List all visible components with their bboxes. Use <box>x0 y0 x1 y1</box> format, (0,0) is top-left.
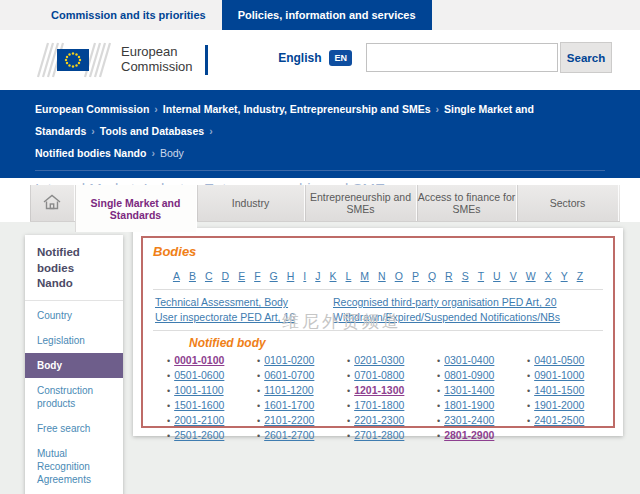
alphabet-link-a[interactable]: A <box>173 270 180 282</box>
range-link-0601-0700[interactable]: 0601-0700 <box>264 369 314 381</box>
range-link-1101-1200[interactable]: 1101-1200 <box>264 384 313 396</box>
ec-logo[interactable]: European Commission <box>35 42 208 78</box>
range-link-0001-0100[interactable]: 0001-0100 <box>174 354 224 366</box>
breadcrumb-link-tools-and-databases[interactable]: Tools and Databases <box>100 125 204 137</box>
nav-tab-home[interactable] <box>30 185 75 221</box>
alphabet-link-q[interactable]: Q <box>428 270 436 282</box>
range-link-2401-2500[interactable]: 2401-2500 <box>534 414 584 426</box>
range-item: •2001-2100 <box>167 414 257 428</box>
range-item: •0401-0500 <box>527 354 617 368</box>
alphabet-link-z[interactable]: Z <box>577 270 583 282</box>
range-link-2701-2800[interactable]: 2701-2800 <box>354 429 404 441</box>
topbar-tab-policies-information-and-services[interactable]: Policies, information and services <box>222 0 432 30</box>
sidebar-item-mutual-recognition-agreements[interactable]: Mutual Recognition Agreements <box>25 441 123 492</box>
search-input[interactable] <box>366 43 558 72</box>
alphabet-link-c[interactable]: C <box>205 270 213 282</box>
alphabet-link-x[interactable]: X <box>545 270 552 282</box>
alphabet-link-g[interactable]: G <box>270 270 278 282</box>
range-link-0701-0800[interactable]: 0701-0800 <box>354 369 404 381</box>
breadcrumb-link-internal-market-industry-entrepreneurship-and-smes[interactable]: Internal Market, Industry, Entrepreneurs… <box>163 103 431 115</box>
alphabet-link-f[interactable]: F <box>254 270 260 282</box>
bodies-heading: Bodies <box>153 244 603 259</box>
nav-tab-entrepreneurship-and-smes[interactable]: Entrepreneurship and SMEs <box>305 185 417 221</box>
range-link-2601-2700[interactable]: 2601-2700 <box>264 429 314 441</box>
range-link-1401-1500[interactable]: 1401-1500 <box>534 384 584 396</box>
alphabet-link-t[interactable]: T <box>478 270 484 282</box>
range-link-2101-2200[interactable]: 2101-2200 <box>264 414 314 426</box>
range-link-0301-0400[interactable]: 0301-0400 <box>444 354 494 366</box>
range-link-0101-0200[interactable]: 0101-0200 <box>264 354 314 366</box>
alphabet-link-k[interactable]: K <box>330 270 337 282</box>
alphabet-link-j[interactable]: J <box>315 270 320 282</box>
quick-link-user-inspectorate-ped-art-16[interactable]: User inspectorate PED Art, 16 <box>155 310 325 325</box>
sidebar-nav: Notified bodies Nando CountryLegislation… <box>25 235 123 494</box>
nav-tab-industry[interactable]: Industry <box>197 185 305 221</box>
language-label[interactable]: English <box>278 51 321 65</box>
range-link-0401-0500[interactable]: 0401-0500 <box>534 354 584 366</box>
range-link-1701-1800[interactable]: 1701-1800 <box>354 399 404 411</box>
alphabet-link-h[interactable]: H <box>287 270 295 282</box>
breadcrumb-link-european-commission[interactable]: European Commission <box>35 103 149 115</box>
range-link-2501-2600[interactable]: 2501-2600 <box>174 429 224 441</box>
notified-body-heading: Notified body <box>189 336 603 350</box>
range-link-0801-0900[interactable]: 0801-0900 <box>444 369 494 381</box>
sidebar-item-free-search[interactable]: Free search <box>25 416 123 441</box>
alphabet-link-w[interactable]: W <box>526 270 536 282</box>
topbar-tab-commission-and-its-priorities[interactable]: Commission and its priorities <box>35 0 222 30</box>
alphabet-link-i[interactable]: I <box>303 270 306 282</box>
bullet-icon: • <box>167 386 170 396</box>
bullet-icon: • <box>167 371 170 381</box>
alphabet-link-b[interactable]: B <box>189 270 196 282</box>
range-link-2201-2300[interactable]: 2201-2300 <box>354 414 404 426</box>
range-link-1901-2000[interactable]: 1901-2000 <box>534 399 584 411</box>
bullet-icon: • <box>437 431 440 441</box>
range-link-0501-0600[interactable]: 0501-0600 <box>174 369 224 381</box>
nav-tab-single-market-and-standards[interactable]: Single Market and Standards <box>75 185 197 232</box>
range-item: •2301-2400 <box>437 414 527 428</box>
alphabet-link-e[interactable]: E <box>238 270 245 282</box>
range-link-2301-2400[interactable]: 2301-2400 <box>444 414 494 426</box>
quick-link-withdrawn-expired-suspended-notifications-nbs[interactable]: Withdrawn/Expired/Suspended Notification… <box>333 310 603 325</box>
breadcrumb-nando-link[interactable]: Notified bodies Nando <box>35 147 146 159</box>
range-link-0901-1000[interactable]: 0901-1000 <box>534 369 584 381</box>
alphabet-link-d[interactable]: D <box>222 270 230 282</box>
range-link-1501-1600[interactable]: 1501-1600 <box>174 399 224 411</box>
alphabet-link-p[interactable]: P <box>412 270 419 282</box>
quick-link-recognised-third-party-organisation-ped-art-20[interactable]: Recognised third-party organisation PED … <box>333 295 603 310</box>
alphabet-link-s[interactable]: S <box>462 270 469 282</box>
sidebar-item-body[interactable]: Body <box>25 353 123 378</box>
nav-tab-access-to-finance-for-smes[interactable]: Access to finance for SMEs <box>417 185 517 221</box>
sidebar-divider <box>25 300 123 301</box>
alphabet-link-v[interactable]: V <box>510 270 517 282</box>
range-link-2001-2100[interactable]: 2001-2100 <box>174 414 224 426</box>
sidebar-item-construction-products[interactable]: Construction products <box>25 378 123 416</box>
alphabet-link-r[interactable]: R <box>445 270 453 282</box>
sidebar-item-legislation[interactable]: Legislation <box>25 328 123 353</box>
range-item: •2701-2800 <box>347 429 437 443</box>
range-link-0201-0300[interactable]: 0201-0300 <box>354 354 404 366</box>
range-link-2801-2900[interactable]: 2801-2900 <box>444 429 494 441</box>
range-link-1801-1900[interactable]: 1801-1900 <box>444 399 494 411</box>
range-link-1201-1300[interactable]: 1201-1300 <box>354 384 404 396</box>
chevron-separator-icon: › <box>204 125 218 137</box>
site-header: European Commission English EN Search <box>0 30 640 90</box>
alphabet-link-u[interactable]: U <box>493 270 501 282</box>
range-link-1301-1400[interactable]: 1301-1400 <box>444 384 494 396</box>
alphabet-link-n[interactable]: N <box>378 270 386 282</box>
alphabet-link-y[interactable]: Y <box>561 270 568 282</box>
alphabet-link-o[interactable]: O <box>395 270 403 282</box>
alphabet-link-l[interactable]: L <box>346 270 352 282</box>
quick-link-technical-assessment-body[interactable]: Technical Assessment, Body <box>155 295 325 310</box>
bullet-icon: • <box>167 356 170 366</box>
bullet-icon: • <box>257 431 260 441</box>
bullet-icon: • <box>437 416 440 426</box>
bullet-icon: • <box>527 416 530 426</box>
alphabet-link-m[interactable]: M <box>360 270 369 282</box>
nav-tab-sectors[interactable]: Sectors <box>517 185 619 221</box>
range-link-1601-1700[interactable]: 1601-1700 <box>264 399 314 411</box>
language-en-badge[interactable]: EN <box>329 50 352 66</box>
sidebar-item-country[interactable]: Country <box>25 303 123 328</box>
chevron-separator-icon: › <box>430 103 444 115</box>
search-button[interactable]: Search <box>560 42 612 73</box>
range-link-1001-1100[interactable]: 1001-1100 <box>174 384 223 396</box>
